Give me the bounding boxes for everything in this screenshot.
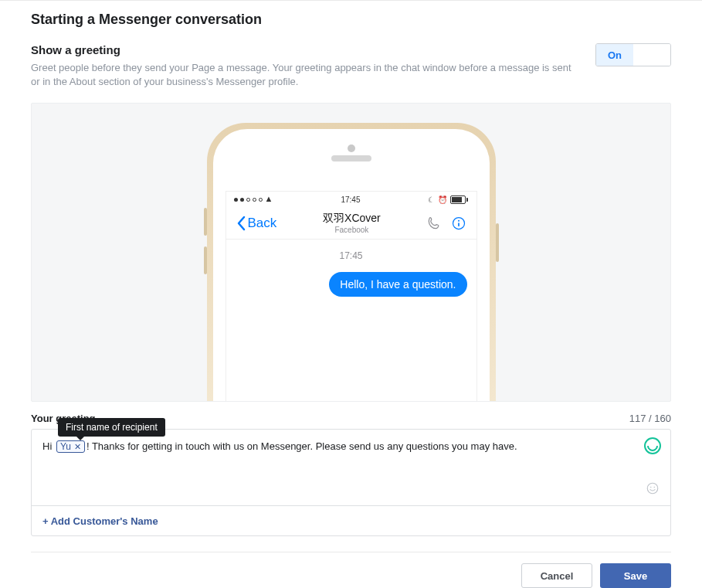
token-value: Yu — [60, 441, 71, 452]
chat-timestamp: 17:45 — [236, 250, 467, 261]
show-greeting-description: Greet people before they send your Page … — [31, 61, 571, 89]
chat-navbar: Back 双羽XCover Facebook — [226, 207, 476, 240]
wifi-icon: ▲ — [265, 194, 273, 203]
firstname-token[interactable]: Yu✕ — [56, 440, 85, 453]
svg-point-3 — [647, 484, 658, 495]
action-bar: Cancel Save — [31, 552, 671, 588]
token-remove-icon[interactable]: ✕ — [74, 442, 81, 452]
battery-icon — [450, 195, 468, 204]
token-tooltip: First name of recipient — [58, 418, 165, 437]
status-time: 17:45 — [341, 195, 360, 204]
char-count: 117 / 160 — [629, 413, 671, 424]
svg-point-5 — [654, 487, 656, 488]
toggle-off[interactable] — [633, 44, 670, 66]
back-label: Back — [248, 216, 277, 231]
cancel-button[interactable]: Cancel — [521, 563, 592, 588]
phone-camera-icon — [348, 144, 355, 152]
back-button[interactable]: Back — [236, 216, 277, 231]
add-customer-name-button[interactable]: + Add Customer's Name — [42, 515, 158, 527]
greeting-prefix: Hi — [42, 440, 55, 452]
save-button[interactable]: Save — [600, 563, 671, 588]
message-bubble: Hello, I have a question. — [329, 272, 466, 297]
phone-preview: ▲ 17:45 ☾ ⏰ Back — [31, 103, 671, 402]
phone-status-bar: ▲ 17:45 ☾ ⏰ — [226, 192, 476, 207]
show-greeting-toggle[interactable]: On — [595, 43, 671, 66]
grammarly-icon[interactable] — [644, 437, 661, 454]
moon-icon: ☾ — [428, 195, 435, 204]
toggle-on[interactable]: On — [596, 44, 633, 66]
svg-point-1 — [458, 220, 460, 222]
signal-icon: ▲ — [234, 195, 273, 204]
chat-subtitle: Facebook — [323, 226, 381, 234]
chevron-left-icon — [236, 216, 246, 231]
alarm-icon: ⏰ — [438, 195, 447, 204]
show-greeting-title: Show a greeting — [31, 43, 595, 56]
show-greeting-section: Show a greeting Greet people before they… — [31, 43, 671, 89]
phone-call-icon[interactable] — [426, 216, 442, 231]
svg-point-4 — [650, 487, 652, 488]
info-icon[interactable] — [451, 216, 466, 231]
greeting-suffix: ! Thanks for getting in touch with us on… — [86, 440, 517, 452]
greeting-editor[interactable]: First name of recipient Hi Yu✕! Thanks f… — [31, 429, 671, 536]
chat-title: 双羽XCover — [323, 212, 381, 226]
svg-rect-2 — [459, 223, 460, 226]
phone-speaker-icon — [331, 155, 371, 161]
page-title: Starting a Messenger conversation — [31, 12, 671, 28]
emoji-picker-icon[interactable] — [646, 481, 660, 498]
